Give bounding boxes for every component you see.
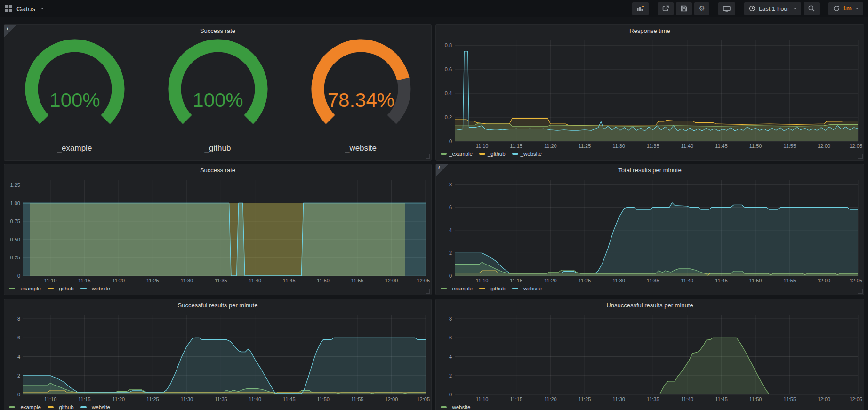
legend-label: _website [449,404,470,410]
gauge-label: _example [57,144,92,153]
svg-text:8: 8 [17,316,20,322]
chart-legend: _example_github_website [441,284,542,293]
gauge-_example: 100%_example [11,37,138,153]
svg-text:11:25: 11:25 [579,396,591,402]
legend-label: _website [521,151,542,157]
caret-down-icon [855,8,859,9]
legend-item-_example[interactable]: _example [9,404,41,410]
svg-text:11:20: 11:20 [544,278,557,283]
panel-title[interactable]: Success rate [4,164,431,177]
zoom-out-button[interactable] [804,2,820,15]
svg-text:11:30: 11:30 [180,396,193,402]
gauge-row: 100%_example100%_github78.34%_website [4,37,431,153]
svg-text:11:10: 11:10 [476,278,489,283]
svg-text:0: 0 [449,392,452,397]
settings-button[interactable]: ⚙ [694,2,709,15]
panel-title[interactable]: Response time [436,25,864,37]
legend-label: _github [56,404,74,410]
svg-text:11:30: 11:30 [612,396,625,402]
svg-text:8: 8 [449,182,452,187]
panel-successful-results: Successful results per minute 0246811:10… [4,299,432,410]
legend-item-_website[interactable]: _website [80,404,110,410]
dashboard-grid-icon[interactable] [5,5,12,12]
legend-item-_github[interactable]: _github [479,151,506,157]
legend-item-_website[interactable]: _website [512,286,542,291]
legend-item-_example[interactable]: _example [441,286,473,291]
panel-resize-handle[interactable] [426,289,430,294]
share-button[interactable] [658,2,674,15]
svg-text:12:05: 12:05 [417,278,430,283]
legend-item-_website[interactable]: _website [512,151,542,157]
svg-text:12:05: 12:05 [849,143,862,149]
gauge-label: _github [205,144,231,153]
legend-label: _example [449,286,473,291]
svg-text:0.75: 0.75 [10,218,20,224]
panel-title[interactable]: Unsuccessful results per minute [436,299,864,312]
svg-text:11:30: 11:30 [180,278,193,283]
cycle-view-button[interactable] [718,2,735,15]
time-range-picker[interactable]: Last 1 hour [744,2,801,15]
legend-swatch [441,288,447,289]
unsuccessful-results-chart[interactable]: 0246811:1011:1511:2011:2511:3011:3511:40… [436,312,864,404]
dashboard-title[interactable]: Gatus [16,5,35,13]
legend-label: _website [89,286,110,291]
svg-text:4: 4 [449,227,452,233]
panel-info-icon[interactable]: i [436,164,448,177]
svg-text:4: 4 [449,354,452,360]
legend-swatch [479,288,485,289]
panel-title[interactable]: Successful results per minute [4,299,431,312]
svg-text:11:35: 11:35 [647,143,659,149]
svg-text:12:00: 12:00 [818,396,831,402]
legend-label: _github [488,151,506,157]
svg-text:12:00: 12:00 [818,143,831,149]
svg-text:11:10: 11:10 [476,396,489,402]
save-button[interactable] [676,2,692,15]
panel-resize-handle[interactable] [858,289,863,294]
svg-text:2: 2 [17,373,20,378]
gauge-value: 78.34% [327,89,394,111]
refresh-icon [833,5,840,12]
svg-text:11:50: 11:50 [749,396,762,402]
legend-swatch [48,406,54,408]
svg-text:1.00: 1.00 [10,201,20,206]
success-rate-chart[interactable]: 00.250.500.751.001.2511:1011:1511:2011:2… [4,177,431,285]
refresh-picker[interactable]: 1m [828,2,863,15]
legend-swatch [80,406,87,408]
legend-item-_website[interactable]: _website [80,286,110,291]
svg-text:11:55: 11:55 [783,278,796,283]
caret-down-icon [40,8,44,9]
legend-item-_github[interactable]: _github [48,404,74,410]
total-results-chart[interactable]: 0246811:1011:1511:2011:2511:3011:3511:40… [436,177,864,285]
legend-item-_website[interactable]: _website [441,404,470,410]
svg-text:11:40: 11:40 [249,396,261,402]
svg-text:11:30: 11:30 [612,143,625,149]
svg-text:11:45: 11:45 [715,396,728,402]
svg-text:12:05: 12:05 [417,396,430,402]
panel-resize-handle[interactable] [858,154,863,159]
svg-text:11:25: 11:25 [146,396,159,402]
svg-text:8: 8 [449,316,452,322]
panel-resize-handle[interactable] [426,154,430,159]
panel-info-icon[interactable]: i [4,25,16,37]
gauge-arc: 100% [154,37,281,132]
svg-text:0: 0 [449,273,452,279]
chart-canvas: 0246811:1011:1511:2011:2511:3011:3511:40… [436,177,864,285]
successful-results-chart[interactable]: 0246811:1011:1511:2011:2511:3011:3511:40… [4,312,431,404]
chart-canvas: 0246811:1011:1511:2011:2511:3011:3511:40… [436,312,864,404]
svg-text:11:30: 11:30 [612,278,625,283]
legend-item-_example[interactable]: _example [441,151,473,157]
svg-text:11:40: 11:40 [681,143,694,149]
svg-text:4: 4 [17,354,20,360]
legend-swatch [512,288,518,289]
legend-item-_github[interactable]: _github [479,286,506,291]
legend-item-_example[interactable]: _example [9,286,41,291]
legend-swatch [441,406,447,408]
svg-text:11:25: 11:25 [579,278,591,283]
chart-canvas: 00.20.40.60.811:1011:1511:2011:2511:3011… [436,37,864,151]
add-panel-button[interactable] [632,2,649,15]
panel-title[interactable]: Success rate [4,25,431,37]
response-time-chart[interactable]: 00.20.40.60.811:1011:1511:2011:2511:3011… [436,37,864,151]
panel-title[interactable]: Total results per minute [436,164,864,177]
legend-item-_github[interactable]: _github [48,286,74,291]
svg-text:11:10: 11:10 [476,143,489,149]
